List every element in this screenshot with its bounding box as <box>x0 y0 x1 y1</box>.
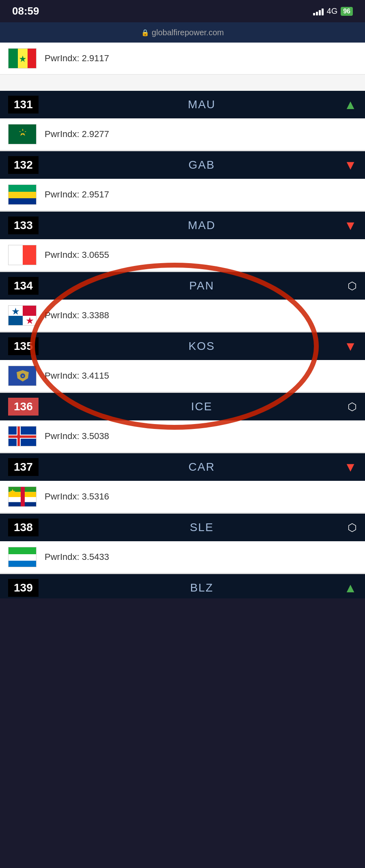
signal-bar-2 <box>316 12 318 15</box>
rank-131: 131 <box>8 96 39 114</box>
country-header-gab[interactable]: 132 GAB ▼ <box>0 151 365 179</box>
country-code-blz: BLZ <box>47 581 357 594</box>
svg-rect-33 <box>9 554 36 561</box>
flag-sle <box>8 547 36 567</box>
trend-down-car: ▼ <box>344 460 357 475</box>
entries-container: 131 MAU ▲ PwrIndx: 2.9277 132 GAB <box>0 91 365 598</box>
trend-up-blz: ▲ <box>344 581 357 596</box>
rank-137: 137 <box>8 458 39 476</box>
country-header-sle[interactable]: 138 SLE ⬡ <box>0 514 365 541</box>
pwr-ice: PwrIndx: 3.5038 <box>45 431 109 442</box>
svg-rect-8 <box>9 192 36 198</box>
flag-mad <box>8 245 36 265</box>
country-header-pan[interactable]: 134 PAN ⬡ <box>0 272 365 300</box>
rank-136: 136 <box>8 398 39 416</box>
pwr-mad: PwrIndx: 3.0655 <box>45 250 109 260</box>
country-entry-mau[interactable]: 131 MAU ▲ PwrIndx: 2.9277 <box>0 91 365 151</box>
svg-rect-30 <box>21 487 25 507</box>
country-body-gab: PwrIndx: 2.9517 <box>0 179 365 212</box>
trend-neutral-sle: ⬡ <box>348 521 357 534</box>
country-body-sle: PwrIndx: 3.5433 <box>0 541 365 574</box>
country-code-mau: MAU <box>47 98 357 111</box>
country-code-kos: KOS <box>47 340 357 353</box>
country-code-pan: PAN <box>47 279 357 292</box>
signal-bar-3 <box>319 10 321 15</box>
flag-car <box>8 487 36 507</box>
svg-rect-5 <box>9 124 36 144</box>
flag-gab <box>8 184 36 205</box>
country-header-ice[interactable]: 136 ICE ⬡ <box>0 393 365 420</box>
svg-rect-14 <box>9 316 23 326</box>
country-body-pan: PwrIndx: 3.3388 <box>0 300 365 332</box>
pwr-pan: PwrIndx: 3.3388 <box>45 310 109 321</box>
country-header-mad[interactable]: 133 MAD ▼ <box>0 212 365 239</box>
svg-rect-10 <box>9 245 23 265</box>
flag-mau <box>8 124 36 144</box>
partial-pwr-index: PwrIndx: 2.9117 <box>45 53 109 64</box>
svg-rect-34 <box>9 561 36 567</box>
flag-senegal <box>8 48 36 69</box>
country-code-ice: ICE <box>47 400 357 413</box>
trend-down-gab: ▼ <box>344 158 357 173</box>
country-entry-blz[interactable]: 139 BLZ ▲ <box>0 574 365 598</box>
rank-134: 134 <box>8 277 39 295</box>
country-code-mad: MAD <box>47 219 357 232</box>
svg-rect-13 <box>23 306 36 316</box>
rank-133: 133 <box>8 216 39 234</box>
status-right: 4G 96 <box>313 6 353 16</box>
svg-rect-0 <box>9 49 18 69</box>
country-entry-car[interactable]: 137 CAR ▼ PwrIndx: 3.5316 <box>0 453 365 514</box>
country-body-mau: PwrIndx: 2.9277 <box>0 118 365 151</box>
country-entry-pan[interactable]: 134 PAN ⬡ PwrIndx: 3.3388 <box>0 272 365 332</box>
country-header-car[interactable]: 137 CAR ▼ <box>0 453 365 481</box>
signal-bar-1 <box>313 13 315 15</box>
country-entry-sle[interactable]: 138 SLE ⬡ PwrIndx: 3.5433 <box>0 514 365 574</box>
browser-bar[interactable]: 🔒 globalfirepower.com <box>0 22 365 43</box>
rank-139: 139 <box>8 579 39 597</box>
trend-down-kos: ▼ <box>344 339 357 354</box>
main-content: PwrIndx: 2.9117 131 MAU ▲ <box>0 43 365 598</box>
pwr-sle: PwrIndx: 3.5433 <box>45 552 109 562</box>
trend-neutral-ice: ⬡ <box>348 401 357 413</box>
rank-132: 132 <box>8 156 39 174</box>
battery-level: 96 <box>341 7 353 16</box>
svg-rect-9 <box>9 198 36 205</box>
country-entry-kos[interactable]: 135 KOS ▼ ★ PwrIndx: 3.4115 <box>0 332 365 393</box>
status-time: 08:59 <box>12 5 39 17</box>
flag-kos: ★ <box>8 366 36 386</box>
country-header-blz[interactable]: 139 BLZ ▲ <box>0 574 365 598</box>
pwr-kos: PwrIndx: 3.4115 <box>45 371 109 381</box>
trend-neutral-pan: ⬡ <box>348 280 357 292</box>
browser-url-container: 🔒 globalfirepower.com <box>141 28 224 37</box>
flag-ice <box>8 426 36 446</box>
rank-138: 138 <box>8 519 39 536</box>
country-entry-ice[interactable]: 136 ICE ⬡ PwrIndx: 3.5038 <box>0 393 365 453</box>
browser-url: globalfirepower.com <box>152 28 224 37</box>
country-body-car: PwrIndx: 3.5316 <box>0 481 365 514</box>
country-code-sle: SLE <box>47 521 357 534</box>
country-entry-mad[interactable]: 133 MAD ▼ PwrIndx: 3.0655 <box>0 212 365 272</box>
pwr-mau: PwrIndx: 2.9277 <box>45 129 109 139</box>
country-body-kos: ★ PwrIndx: 3.4115 <box>0 360 365 393</box>
lock-icon: 🔒 <box>141 29 149 36</box>
signal-bars <box>313 7 324 15</box>
svg-rect-25 <box>9 435 36 438</box>
signal-bar-4 <box>322 9 324 15</box>
country-header-mau[interactable]: 131 MAU ▲ <box>0 91 365 118</box>
rank-135: 135 <box>8 337 39 355</box>
flag-pan <box>8 305 36 326</box>
country-entry-gab[interactable]: 132 GAB ▼ PwrIndx: 2.9517 <box>0 151 365 212</box>
pwr-car: PwrIndx: 3.5316 <box>45 491 109 502</box>
svg-rect-2 <box>28 49 36 69</box>
trend-down-mad: ▼ <box>344 218 357 233</box>
status-bar: 08:59 4G 96 <box>0 0 365 22</box>
svg-rect-11 <box>23 245 36 265</box>
trend-up-mau: ▲ <box>344 97 357 112</box>
country-code-gab: GAB <box>47 159 357 171</box>
svg-rect-32 <box>9 547 36 554</box>
country-header-kos[interactable]: 135 KOS ▼ <box>0 332 365 360</box>
svg-rect-7 <box>9 185 36 192</box>
svg-text:★: ★ <box>21 375 24 377</box>
network-type: 4G <box>327 6 338 16</box>
country-body-ice: PwrIndx: 3.5038 <box>0 420 365 453</box>
